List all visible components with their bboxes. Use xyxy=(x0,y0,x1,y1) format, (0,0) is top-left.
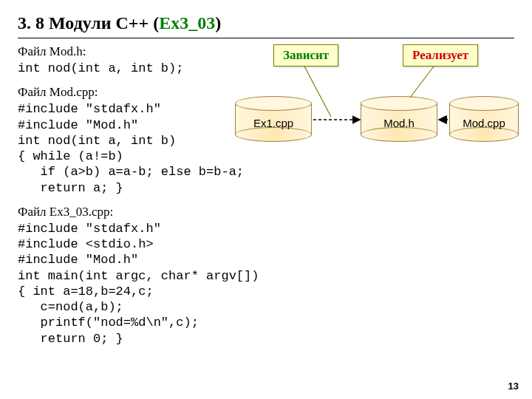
ex-block: Файл Ex3_03.cpp: #include "stdafx.h" #in… xyxy=(18,205,514,347)
title-ex: Ex3_03 xyxy=(159,13,215,33)
ex-code: #include "stdafx.h" #include <stdio.h> #… xyxy=(18,221,514,347)
callout-implements: Реализует xyxy=(403,44,478,66)
divider xyxy=(18,38,514,38)
ex-label: Файл Ex3_03.cpp: xyxy=(18,205,514,219)
cylinder-ex: Ex1.cpp xyxy=(235,96,312,142)
cylinder-modh: Mod.h xyxy=(361,96,437,142)
cylinder-modcpp: Mod.cpp xyxy=(449,96,519,142)
cylinder-ex-label: Ex1.cpp xyxy=(235,117,312,129)
title-prefix: 3. 8 Модули С++ ( xyxy=(18,13,159,33)
cylinder-modh-label: Mod.h xyxy=(361,117,437,129)
callout-depends: Зависит xyxy=(273,44,338,66)
page-number: 13 xyxy=(508,381,519,392)
title-suffix: ) xyxy=(215,13,221,33)
slide-title: 3. 8 Модули С++ (Ex3_03) xyxy=(18,13,514,33)
cylinder-modcpp-label: Mod.cpp xyxy=(449,117,519,129)
